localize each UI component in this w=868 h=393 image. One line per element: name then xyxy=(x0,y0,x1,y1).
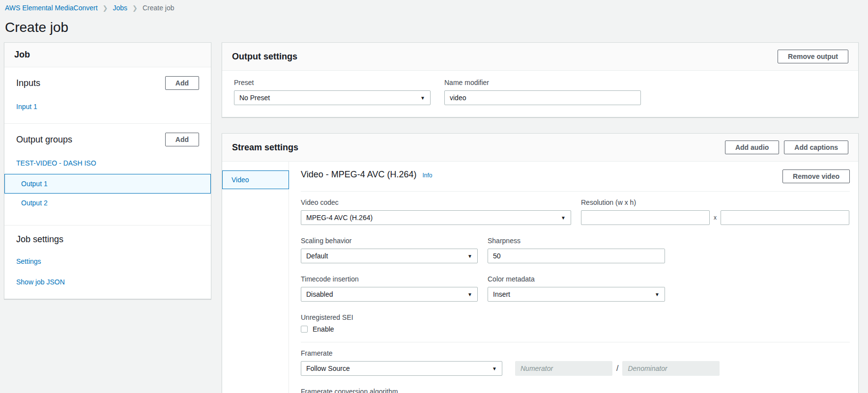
framerate-denominator-input xyxy=(622,361,720,376)
sidebar-item-show-job-json[interactable]: Show job JSON xyxy=(16,278,199,286)
unregistered-sei-label: Unregistered SEI xyxy=(301,313,850,321)
resolution-width-input[interactable] xyxy=(581,210,710,225)
color-metadata-field-group: Color metadata Insert ▼ xyxy=(488,275,665,302)
name-modifier-field-group: Name modifier xyxy=(444,79,641,105)
preset-select[interactable]: No Preset ▼ xyxy=(234,90,431,105)
output-settings-header: Output settings Remove output xyxy=(222,43,858,71)
sidebar-item-output-2[interactable]: Output 2 xyxy=(4,194,211,212)
content-row: Job Inputs Add Input 1 Output groups Add… xyxy=(4,42,859,393)
caret-down-icon: ▼ xyxy=(561,215,566,221)
scaling-behavior-field-group: Scaling behavior Default ▼ xyxy=(301,237,478,263)
video-codec-label: Video codec xyxy=(301,198,571,206)
stream-tab-column: Video xyxy=(222,162,289,393)
video-codec-select[interactable]: MPEG-4 AVC (H.264) ▼ xyxy=(301,210,571,225)
breadcrumb-link-mediaconvert[interactable]: AWS Elemental MediaConvert xyxy=(5,4,98,12)
resolution-field-group: Resolution (w x h) x xyxy=(581,198,850,225)
divider xyxy=(301,342,850,342)
enable-checkbox[interactable] xyxy=(301,326,308,333)
color-metadata-label: Color metadata xyxy=(488,275,665,283)
video-settings-pane: Video - MPEG-4 AVC (H.264) Info Remove v… xyxy=(289,162,858,393)
job-panel-header: Job xyxy=(4,43,211,67)
scaling-behavior-label: Scaling behavior xyxy=(301,237,478,245)
job-navigator-panel: Job Inputs Add Input 1 Output groups Add… xyxy=(4,42,211,299)
framerate-label: Framerate xyxy=(301,349,502,357)
timecode-insertion-field-group: Timecode insertion Disabled ▼ xyxy=(301,275,478,302)
timecode-insertion-selected-value: Disabled xyxy=(306,290,333,298)
sidebar-item-output-group[interactable]: TEST-VIDEO - DASH ISO xyxy=(16,159,199,167)
divider xyxy=(301,191,850,192)
scaling-behavior-selected-value: Default xyxy=(306,252,328,260)
stream-settings-body: Video Video - MPEG-4 AVC (H.264) Info Re… xyxy=(222,162,858,393)
output-groups-section: Output groups Add TEST-VIDEO - DASH ISO … xyxy=(4,124,211,225)
resolution-separator: x xyxy=(714,214,717,221)
breadcrumb-link-jobs[interactable]: Jobs xyxy=(113,4,127,12)
chevron-right-icon: ❯ xyxy=(103,4,108,12)
output-settings-title: Output settings xyxy=(232,52,297,62)
preset-label: Preset xyxy=(234,79,431,86)
page-title: Create job xyxy=(4,12,859,42)
framerate-select[interactable]: Follow Source ▼ xyxy=(301,361,502,376)
sidebar-item-settings[interactable]: Settings xyxy=(16,257,199,265)
inputs-section: Inputs Add Input 1 xyxy=(4,67,211,124)
sharpness-input[interactable] xyxy=(488,249,665,263)
job-settings-heading: Job settings xyxy=(16,234,63,244)
resolution-label: Resolution (w x h) xyxy=(581,198,850,206)
info-link[interactable]: Info xyxy=(422,172,432,179)
framerate-conversion-label: Framerate conversion algorithm xyxy=(301,388,850,393)
sidebar-item-output-1[interactable]: Output 1 xyxy=(4,174,211,194)
name-modifier-label: Name modifier xyxy=(444,79,641,86)
remove-video-button[interactable]: Remove video xyxy=(782,169,850,183)
stream-settings-panel: Stream settings Add audio Add captions V… xyxy=(222,133,859,393)
preset-field-group: Preset No Preset ▼ xyxy=(234,79,431,105)
framerate-numerator-input xyxy=(515,361,612,376)
framerate-field-group: Framerate Follow Source ▼ xyxy=(301,349,502,376)
caret-down-icon: ▼ xyxy=(467,292,472,297)
output-2-link[interactable]: Output 2 xyxy=(21,199,48,207)
page: AWS Elemental MediaConvert ❯ Jobs ❯ Crea… xyxy=(0,0,868,393)
output-settings-panel: Output settings Remove output Preset No … xyxy=(222,42,859,117)
caret-down-icon: ▼ xyxy=(492,366,497,371)
framerate-conversion-field-group: Framerate conversion algorithm Drop dupl… xyxy=(301,388,850,393)
job-panel-title: Job xyxy=(14,50,30,60)
breadcrumb-current: Create job xyxy=(143,4,174,12)
panel-gap xyxy=(222,117,859,133)
timecode-insertion-select[interactable]: Disabled ▼ xyxy=(301,287,478,302)
caret-down-icon: ▼ xyxy=(467,253,472,259)
resolution-height-input[interactable] xyxy=(721,210,849,225)
framerate-selected-value: Follow Source xyxy=(306,365,350,372)
video-codec-field-group: Video codec MPEG-4 AVC (H.264) ▼ xyxy=(301,198,571,225)
color-metadata-selected-value: Insert xyxy=(493,290,510,298)
sharpness-label: Sharpness xyxy=(488,237,665,245)
main-column: Output settings Remove output Preset No … xyxy=(222,42,859,393)
tab-video[interactable]: Video xyxy=(222,170,289,189)
enable-checkbox-label: Enable xyxy=(313,325,334,333)
unregistered-sei-field-group: Unregistered SEI Enable xyxy=(301,313,850,333)
video-pane-title-row: Video - MPEG-4 AVC (H.264) Info xyxy=(301,169,432,180)
breadcrumb: AWS Elemental MediaConvert ❯ Jobs ❯ Crea… xyxy=(4,0,859,12)
add-input-button[interactable]: Add xyxy=(165,76,199,90)
sharpness-field-group: Sharpness xyxy=(488,237,665,263)
output-groups-heading: Output groups xyxy=(16,135,72,145)
sidebar-item-input-1[interactable]: Input 1 xyxy=(16,103,199,111)
remove-output-button[interactable]: Remove output xyxy=(778,50,848,63)
preset-selected-value: No Preset xyxy=(239,94,270,102)
stream-settings-title: Stream settings xyxy=(232,142,298,153)
fraction-separator: / xyxy=(616,364,618,373)
name-modifier-input[interactable] xyxy=(444,90,641,105)
chevron-right-icon: ❯ xyxy=(132,4,138,12)
color-metadata-select[interactable]: Insert ▼ xyxy=(488,287,665,302)
add-output-group-button[interactable]: Add xyxy=(165,133,199,146)
framerate-fraction-group: / xyxy=(515,361,720,376)
output-settings-body: Preset No Preset ▼ Name modifier xyxy=(222,71,858,117)
stream-settings-header: Stream settings Add audio Add captions xyxy=(222,134,858,162)
scaling-behavior-select[interactable]: Default ▼ xyxy=(301,249,478,263)
output-1-link[interactable]: Output 1 xyxy=(21,180,48,188)
caret-down-icon: ▼ xyxy=(655,292,660,297)
job-settings-section: Job settings Settings Show job JSON xyxy=(4,225,211,299)
outputs-list: Output 1 Output 2 xyxy=(4,174,211,212)
video-pane-title: Video - MPEG-4 AVC (H.264) xyxy=(301,169,416,180)
add-audio-button[interactable]: Add audio xyxy=(725,140,779,154)
video-codec-selected-value: MPEG-4 AVC (H.264) xyxy=(306,214,373,222)
caret-down-icon: ▼ xyxy=(420,95,425,101)
add-captions-button[interactable]: Add captions xyxy=(784,140,848,154)
